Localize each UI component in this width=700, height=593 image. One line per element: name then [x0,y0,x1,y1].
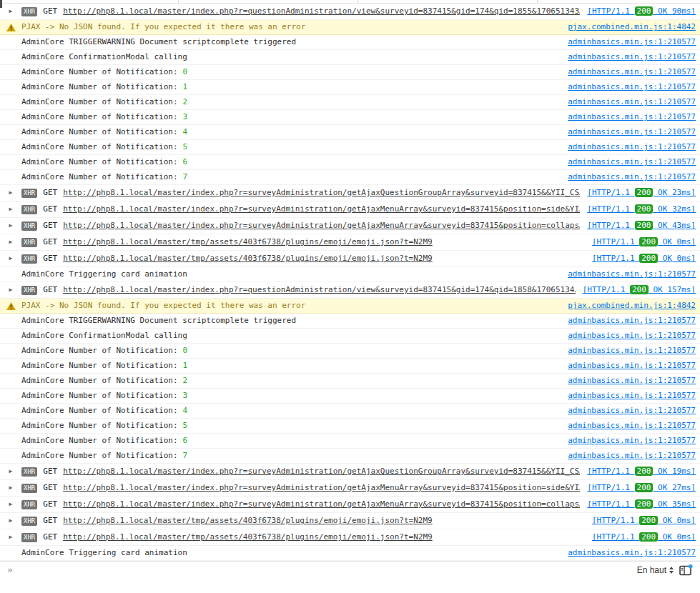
http-status-link[interactable]: [HTTP/1.1 200 OK 19ms] [580,467,696,477]
expand-arrow-icon[interactable]: ▶ [9,237,13,247]
expand-arrow-icon[interactable]: ▶ [9,467,13,477]
request-url-link[interactable]: http://php8.1.local/master/tmp/assets/40… [63,532,433,542]
request-url-link[interactable]: http://php8.1.local/master/index.php?r=q… [63,285,576,295]
request-url-link[interactable]: http://php8.1.local/master/index.php?r=s… [63,221,580,231]
http-status-link[interactable]: [HTTP/1.1 200 OK 157ms] [576,285,696,295]
source-location-link[interactable]: adminbasics.min.js:1:210577 [561,406,696,416]
console-row-log: AdminCore Triggering card animationadmin… [0,546,700,561]
request-url-link[interactable]: http://php8.1.local/master/index.php?r=q… [63,6,580,16]
request-url-link[interactable]: http://php8.1.local/master/tmp/assets/40… [63,254,433,264]
console-row-log: AdminCore Number of Notification:2adminb… [0,374,700,389]
http-status-link[interactable]: [HTTP/1.1 200 OK 32ms] [580,204,696,214]
source-location-link[interactable]: adminbasics.min.js:1:210577 [561,436,696,446]
console-row-log: AdminCore Number of Notification:3adminb… [0,110,700,125]
console-prompt-icon[interactable]: » [7,564,13,575]
source-location-link[interactable]: adminbasics.min.js:1:210577 [561,127,696,137]
console-row-xhr: ▶XHRGEThttp://php8.1.local/master/tmp/as… [0,251,700,267]
expand-arrow-icon[interactable]: ▶ [9,204,13,214]
log-message: AdminCore Number of Notification: [21,451,178,461]
warning-message: PJAX -> No JSON found. If you expected i… [21,301,305,311]
console-row-log: AdminCore Number of Notification:6adminb… [0,434,700,449]
console-row-log: AdminCore ConfirmationModal callingadmin… [0,50,700,65]
http-status-link[interactable]: [HTTP/1.1 200 OK 0ms] [585,254,696,264]
expand-arrow-icon[interactable]: ▶ [9,532,13,542]
row-gutter: ▶ [0,532,21,542]
expand-arrow-icon[interactable]: ▶ [9,285,13,295]
source-location-link[interactable]: adminbasics.min.js:1:210577 [561,52,696,62]
log-number-value: 6 [183,157,188,167]
scroll-position-select[interactable]: En haut [637,565,674,575]
xhr-badge: XHR [21,7,37,16]
source-location-link[interactable]: adminbasics.min.js:1:210577 [561,391,696,401]
source-location-link[interactable]: adminbasics.min.js:1:210577 [561,421,696,431]
source-location-link[interactable]: adminbasics.min.js:1:210577 [561,112,696,122]
request-url-link[interactable]: http://php8.1.local/master/index.php?r=s… [63,204,580,214]
http-status-link[interactable]: [HTTP/1.1 200 OK 23ms] [580,188,696,198]
expand-arrow-icon[interactable]: ▶ [9,499,13,509]
source-location-link[interactable]: adminbasics.min.js:1:210577 [561,157,696,167]
log-message: AdminCore Triggering card animation [21,269,187,279]
source-location-link[interactable]: adminbasics.min.js:1:210577 [561,548,696,558]
console-row-log: AdminCore Number of Notification:1adminb… [0,359,700,374]
request-url-link[interactable]: http://php8.1.local/master/tmp/assets/40… [63,516,433,526]
expand-arrow-icon[interactable]: ▶ [9,483,13,493]
http-status-link[interactable]: [HTTP/1.1 200 OK 27ms] [580,483,696,493]
log-message: AdminCore Number of Notification: [21,172,178,182]
xhr-badge: XHR [21,286,37,295]
source-location-link[interactable]: adminbasics.min.js:1:210577 [561,172,696,182]
source-location-link[interactable]: adminbasics.min.js:1:210577 [561,451,696,461]
log-message: AdminCore Number of Notification: [21,421,178,431]
request-method: GET [43,237,57,247]
source-location-link[interactable]: adminbasics.min.js:1:210577 [561,142,696,152]
request-url-link[interactable]: http://php8.1.local/master/index.php?r=s… [63,467,580,477]
notification-dot [689,564,693,569]
log-message: AdminCore Number of Notification: [21,391,178,401]
editor-mode-button[interactable] [679,564,693,576]
http-status-link[interactable]: [HTTP/1.1 200 OK 35ms] [580,499,696,509]
console-row-xhr: ▶XHRGEThttp://php8.1.local/master/tmp/as… [0,513,700,529]
request-url-link[interactable]: http://php8.1.local/master/index.php?r=s… [63,499,580,509]
expand-arrow-icon[interactable]: ▶ [9,6,13,16]
log-number-value: 0 [183,67,188,77]
row-gutter [0,24,21,31]
source-location-link[interactable]: pjax.combined.min.js:1:4842 [561,301,696,311]
http-status-link[interactable]: [HTTP/1.1 200 OK 90ms] [580,6,696,16]
source-location-link[interactable]: adminbasics.min.js:1:210577 [561,346,696,356]
log-message: AdminCore ConfirmationModal calling [21,52,187,62]
log-number-value: 5 [183,142,188,152]
source-location-link[interactable]: adminbasics.min.js:1:210577 [561,67,696,77]
request-url-link[interactable]: http://php8.1.local/master/index.php?r=s… [63,188,580,198]
source-location-link[interactable]: adminbasics.min.js:1:210577 [561,269,696,279]
request-url-link[interactable]: http://php8.1.local/master/index.php?r=s… [63,483,580,493]
expand-arrow-icon[interactable]: ▶ [9,516,13,526]
log-message: AdminCore TRIGGERWARNING Document script… [21,316,296,326]
source-location-link[interactable]: adminbasics.min.js:1:210577 [561,331,696,341]
source-location-link[interactable]: adminbasics.min.js:1:210577 [561,316,696,326]
expand-arrow-icon[interactable]: ▶ [9,254,13,264]
log-number-value: 3 [183,391,188,401]
expand-arrow-icon[interactable]: ▶ [9,221,13,231]
source-location-link[interactable]: adminbasics.min.js:1:210577 [561,37,696,47]
warning-icon [6,24,16,31]
http-status-link[interactable]: [HTTP/1.1 200 OK 0ms] [585,237,696,247]
console-row-log: AdminCore Number of Notification:5adminb… [0,419,700,434]
warning-icon [6,302,16,310]
log-message: AdminCore TRIGGERWARNING Document script… [21,37,296,47]
source-location-link[interactable]: adminbasics.min.js:1:210577 [561,97,696,107]
status-code-badge: 200 [635,483,654,492]
http-status-link[interactable]: [HTTP/1.1 200 OK 0ms] [585,516,696,526]
http-status-link[interactable]: [HTTP/1.1 200 OK 0ms] [585,532,696,542]
console-row-log: AdminCore Number of Notification:6adminb… [0,155,700,170]
log-number-value: 5 [183,421,188,431]
status-code-badge: 200 [635,204,654,214]
status-code-badge: 200 [639,254,658,263]
source-location-link[interactable]: adminbasics.min.js:1:210577 [561,376,696,386]
http-status-link[interactable]: [HTTP/1.1 200 OK 43ms] [580,221,696,231]
source-location-link[interactable]: pjax.combined.min.js:1:4842 [561,22,696,32]
expand-arrow-icon[interactable]: ▶ [9,188,13,198]
request-url-link[interactable]: http://php8.1.local/master/tmp/assets/40… [63,237,433,247]
console-row-log: AdminCore Number of Notification:1adminb… [0,80,700,95]
source-location-link[interactable]: adminbasics.min.js:1:210577 [561,82,696,92]
console-input-row[interactable]: » En haut [0,561,700,578]
source-location-link[interactable]: adminbasics.min.js:1:210577 [561,361,696,371]
